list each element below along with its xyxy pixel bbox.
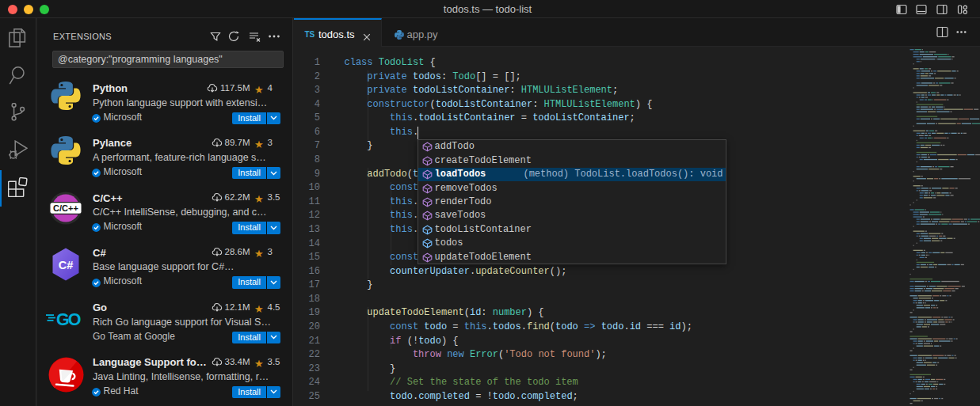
svg-text:GO: GO	[56, 310, 81, 329]
svg-text:C/C++: C/C++	[53, 203, 78, 213]
svg-text:C#: C#	[59, 258, 74, 271]
